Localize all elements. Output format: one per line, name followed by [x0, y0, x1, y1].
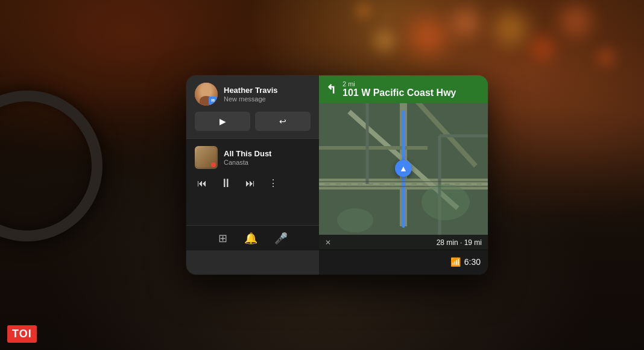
bottom-nav-bar: ⊞ 🔔 🎤: [186, 225, 319, 250]
nav-distance: 2 mi: [343, 80, 481, 88]
svg-point-2: [337, 208, 373, 232]
prev-track-button[interactable]: ⏮: [196, 177, 208, 190]
left-panel: ✉ Heather Travis New message ▶ ↩ A: [186, 75, 319, 250]
play-button[interactable]: ▶: [195, 112, 250, 131]
message-header: ✉ Heather Travis New message: [195, 83, 311, 106]
message-actions: ▶ ↩: [195, 112, 311, 131]
eta-bar: ✕ 28 min · 19 mi: [319, 235, 488, 250]
bokeh-5: [561, 6, 591, 36]
song-title: All This Dust: [224, 149, 271, 159]
android-auto-screen: ✉ Heather Travis New message ▶ ↩ A: [186, 75, 488, 275]
time-display: 6:30: [464, 257, 481, 267]
svg-point-1: [421, 184, 470, 220]
turn-arrow-icon: ↰: [326, 82, 336, 97]
bokeh-1: [410, 18, 446, 54]
music-header: All This Dust Canasta: [195, 146, 311, 169]
bokeh-4: [531, 36, 555, 60]
eta-close-icon[interactable]: ✕: [325, 238, 331, 247]
avatar: ✉: [195, 83, 218, 106]
bokeh-8: [356, 3, 371, 18]
signal-icon: 📶: [450, 257, 461, 267]
reply-button[interactable]: ↩: [255, 112, 311, 131]
toi-badge: TOI: [7, 325, 37, 343]
eta-text: 28 min · 19 mi: [437, 238, 482, 247]
map-panel: ↰ 2 mi 101 W Pacific Coast Hwy ▲ ✕ 28 mi…: [319, 75, 488, 250]
apps-grid-icon[interactable]: ⊞: [218, 232, 227, 245]
album-art: [195, 146, 218, 169]
next-track-button[interactable]: ⏭: [244, 177, 256, 190]
microphone-icon[interactable]: 🎤: [274, 232, 288, 245]
message-card: ✉ Heather Travis New message ▶ ↩: [186, 75, 319, 139]
message-subtitle: New message: [224, 95, 311, 103]
status-bar: 📶 6:30: [319, 249, 488, 275]
nav-street: 101 W Pacific Coast Hwy: [343, 88, 481, 98]
bokeh-7: [597, 48, 615, 66]
music-card: All This Dust Canasta ⏮ ⏸ ⏭ ⋮: [186, 139, 319, 199]
nav-header: ↰ 2 mi 101 W Pacific Coast Hwy: [319, 75, 488, 103]
message-text-area: Heather Travis New message: [224, 86, 311, 103]
music-app-dot: [211, 162, 216, 167]
music-text-area: All This Dust Canasta: [224, 149, 271, 166]
location-arrow-icon: ▲: [395, 160, 412, 177]
music-controls: ⏮ ⏸ ⏭ ⋮: [195, 175, 311, 191]
notifications-bell-icon[interactable]: 🔔: [244, 232, 257, 245]
pause-button[interactable]: ⏸: [219, 175, 233, 191]
nav-info: 2 mi 101 W Pacific Coast Hwy: [343, 80, 481, 98]
message-sender: Heather Travis: [224, 86, 311, 95]
bokeh-3: [494, 12, 528, 45]
bokeh-2: [452, 9, 479, 36]
more-options-button[interactable]: ⋮: [267, 176, 279, 190]
artist-name: Canasta: [224, 159, 271, 166]
message-badge: ✉: [209, 97, 217, 105]
bokeh-6: [374, 30, 395, 51]
